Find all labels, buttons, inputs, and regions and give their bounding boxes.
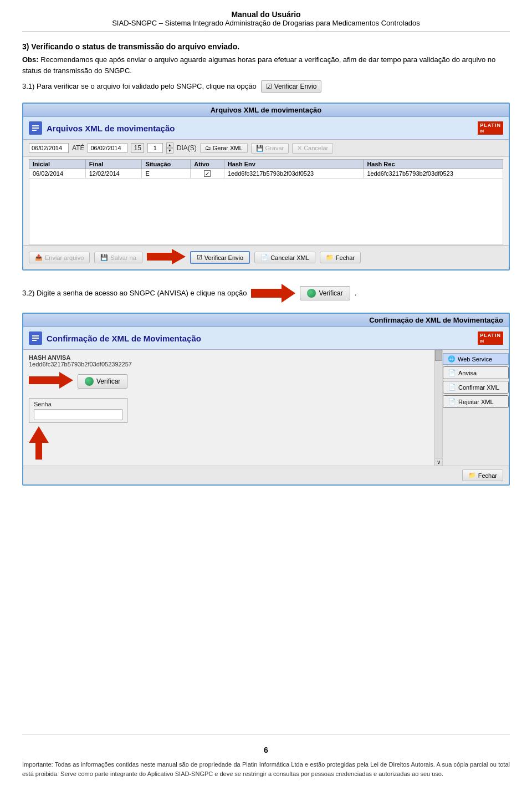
confirmar-xml-icon: 📄: [448, 384, 456, 391]
dialog2-footer: 📁 Fechar: [23, 466, 509, 484]
dialog1-table: Inicial Final Situação Ativo Hash Env Ha…: [29, 159, 503, 178]
web-service-btn[interactable]: 🌐 Web Service: [443, 353, 509, 365]
dialog1: Arquivos XML de movimentação Arquivos XM…: [22, 103, 510, 271]
page: Manual do Usuário SIAD-SNGPC – Sistema I…: [0, 0, 532, 796]
dialog1-footer: 📤 Enviar arquivo 💾 Salvar na ☑ Verificar…: [23, 245, 509, 269]
obs-text: Recomendamos que após enviar o arquivo a…: [22, 55, 495, 75]
check-icon: ☑: [266, 83, 272, 90]
rejeitar-xml-btn[interactable]: 📄 Rejeitar XML: [443, 395, 509, 408]
salvar-na-btn[interactable]: 💾 Salvar na: [94, 252, 142, 263]
dialog1-toolbar: ATÉ 15 ▲ ▼ DIA(S) 🗂 Gerar XML 💾 Gravar: [23, 140, 509, 157]
section3-title: 3) Verificando o status de transmissão d…: [22, 42, 510, 51]
anvisa-btn[interactable]: 📄 Anvisa: [443, 366, 509, 379]
dialog2-scrollbar-v[interactable]: ∨: [434, 350, 442, 466]
svg-marker-11: [29, 426, 49, 460]
svg-marker-10: [29, 372, 73, 389]
header-subtitle: SIAD-SNGPC – Sistema Integrado Administr…: [22, 19, 510, 27]
search-icon-32: [307, 289, 316, 298]
ate-label: ATÉ: [72, 144, 84, 152]
cancelar-icon: ✕: [297, 145, 302, 152]
col-hash-env: Hash Env: [224, 160, 364, 169]
verify-envio-inline-label: Verificar Envio: [274, 83, 317, 90]
ativo-checkbox: ✓: [204, 170, 211, 177]
rejeitar-xml-icon: 📄: [448, 398, 456, 405]
fechar-btn[interactable]: 📁 Fechar: [320, 252, 361, 263]
dialog1-titlebar: Arquivos XML de movimentação: [23, 104, 509, 117]
fechar-icon: 📁: [326, 254, 334, 261]
step31-row: 3.1) Para verificar se o arquivo foi val…: [22, 80, 510, 93]
cancelar-xml-icon: 📄: [260, 254, 268, 261]
dialog2-red-arrow: [29, 372, 73, 390]
enviar-arquivo-btn[interactable]: 📤 Enviar arquivo: [29, 252, 90, 263]
gravar-icon: 💾: [256, 145, 264, 152]
cell-final: 12/02/2014: [85, 169, 142, 178]
dialog2-icon: [29, 331, 42, 345]
confirmar-xml-btn[interactable]: 📄 Confirmar XML: [443, 381, 509, 394]
cancelar-xml-btn[interactable]: 📄 Cancelar XML: [254, 252, 315, 263]
cancelar-btn[interactable]: ✕ Cancelar: [292, 143, 333, 154]
gerar-xml-icon: 🗂: [205, 145, 211, 151]
dialog2-titlebar: Confirmação de XML de Movimentação: [23, 314, 509, 327]
days-spinner[interactable]: ▲ ▼: [166, 142, 173, 154]
enviar-icon: 📤: [35, 254, 43, 261]
confirmar-xml-label: Confirmar XML: [458, 384, 499, 391]
days-spin-down[interactable]: ▼: [166, 148, 173, 154]
days-input[interactable]: [147, 143, 163, 153]
svg-marker-4: [147, 249, 186, 264]
hash-anvisa-label: HASH ANVISA: [29, 354, 437, 361]
rejeitar-xml-label: Rejeitar XML: [458, 399, 494, 405]
footer-text: Importante: Todas as informações contida…: [22, 760, 510, 779]
dialog2: Confirmação de XML de Movimentação Confi…: [22, 313, 510, 486]
up-arrow-wrapper: [29, 426, 437, 461]
col-inicial: Inicial: [29, 160, 86, 169]
hash-section: HASH ANVISA 1edd6fc3217b5793b2f03df05239…: [29, 354, 437, 368]
gerar-xml-btn[interactable]: 🗂 Gerar XML: [200, 143, 248, 153]
dialog2-platin-logo: PLATININ: [478, 331, 503, 345]
days-spin-up[interactable]: ▲: [166, 142, 173, 148]
anvisa-label: Anvisa: [458, 370, 477, 376]
col-final: Final: [85, 160, 142, 169]
gravar-btn[interactable]: 💾 Gravar: [251, 143, 289, 154]
verificar-envio-icon: ☑: [197, 254, 202, 261]
verify-label-32: Verificar: [319, 289, 342, 297]
svg-rect-8: [32, 338, 39, 339]
cell-hash-env: 1edd6fc3217b5793b2f03df0523: [224, 169, 364, 178]
dialog2-verify-row: Verificar: [29, 372, 437, 390]
dialog2-verify-label: Verificar: [96, 377, 120, 385]
dialog1-platin-logo: PLATININ: [478, 121, 503, 135]
dialog1-icon: [29, 121, 42, 135]
page-number: 6: [22, 746, 510, 754]
cell-situacao: E: [142, 169, 191, 178]
dialog2-fechar-btn[interactable]: 📁 Fechar: [462, 470, 503, 481]
senha-input[interactable]: [34, 409, 122, 420]
cell-inicial: 06/02/2014: [29, 169, 86, 178]
dialog2-fechar-icon: 📁: [468, 472, 476, 479]
svg-rect-9: [32, 340, 37, 341]
obs-paragraph: Obs: Recomendamos que após enviar o arqu…: [22, 54, 510, 76]
dialog2-left: HASH ANVISA 1edd6fc3217b5793b2f03df05239…: [23, 350, 442, 466]
cell-ativo: ✓: [191, 169, 224, 178]
cal-num-label: 15: [131, 143, 144, 153]
salvar-icon: 💾: [100, 254, 108, 261]
date-to-input[interactable]: [88, 143, 127, 153]
svg-rect-7: [32, 335, 39, 336]
dialog1-header-title: Arquivos XML de movimentação: [47, 124, 175, 133]
step32-row: 3.2) Digite a senha de acesso ao SNGPC (…: [22, 284, 510, 303]
cell-hash-rec: 1edd6fc3217b5793b2f03df0523: [364, 169, 503, 178]
verificar-envio-btn[interactable]: ☑ Verificar Envio: [190, 251, 250, 264]
senha-group: Senha: [29, 398, 127, 423]
svg-rect-1: [32, 125, 39, 126]
dialog2-verificar-btn[interactable]: Verificar: [78, 374, 127, 389]
step31-text: 3.1) Para verificar se o arquivo foi val…: [22, 81, 257, 92]
col-hash-rec: Hash Rec: [364, 160, 503, 169]
date-from-input[interactable]: [29, 143, 69, 153]
dialog2-right-panel: 🌐 Web Service 📄 Anvisa 📄 Confirmar XML 📄…: [442, 350, 509, 466]
scrollbar-down[interactable]: ∨: [435, 458, 442, 466]
verify-envio-inline-btn[interactable]: ☑ Verificar Envio: [261, 80, 322, 93]
obs-label: Obs:: [22, 55, 39, 64]
up-arrow-red: [29, 426, 49, 460]
web-service-label: Web Service: [458, 356, 492, 363]
verificar-btn-32[interactable]: Verificar: [300, 286, 350, 300]
svg-marker-5: [251, 284, 295, 303]
header-title: Manual do Usuário: [22, 10, 510, 19]
